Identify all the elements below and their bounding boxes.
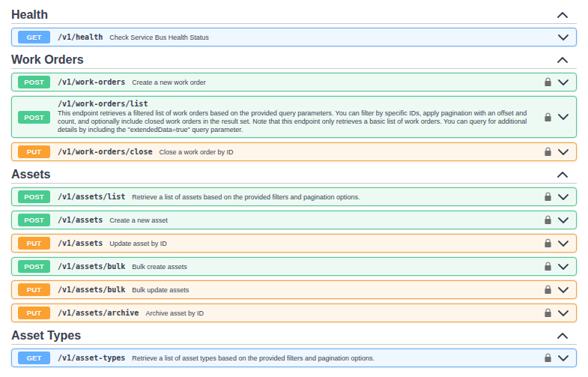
section-title: Assets bbox=[11, 167, 50, 181]
chevron-down-icon bbox=[558, 355, 569, 361]
endpoint-content: /v1/assets Update asset by ID bbox=[58, 239, 538, 248]
endpoint-row[interactable]: POST /v1/work-orders/list This endpoint … bbox=[11, 96, 577, 138]
endpoint-path: /v1/asset-types bbox=[58, 354, 125, 362]
endpoint-row[interactable]: POST /v1/work-orders Create a new work o… bbox=[11, 73, 577, 91]
chevron-down-icon bbox=[558, 287, 569, 293]
lock-icon bbox=[544, 238, 552, 248]
authorize-lock-button[interactable] bbox=[544, 192, 552, 202]
chevron-up-icon bbox=[557, 333, 568, 339]
endpoint-summary: Retrieve a list of assets based on the p… bbox=[132, 193, 360, 202]
endpoint-controls bbox=[552, 34, 569, 40]
endpoint-content: /v1/asset-types Retrieve a list of asset… bbox=[58, 354, 538, 363]
endpoint-summary: Update asset by ID bbox=[109, 240, 167, 248]
section-endpoints: POST /v1/work-orders Create a new work o… bbox=[11, 73, 577, 161]
endpoint-controls bbox=[538, 192, 569, 202]
endpoint-controls bbox=[538, 262, 569, 271]
endpoint-summary: Create a new asset bbox=[109, 217, 168, 225]
tag-section-header[interactable]: Asset Types bbox=[11, 327, 577, 345]
endpoint-summary: Create a new work order bbox=[132, 79, 206, 87]
tag-section-header[interactable]: Work Orders bbox=[11, 51, 577, 69]
endpoint-path: /v1/assets bbox=[58, 216, 103, 224]
authorize-lock-button[interactable] bbox=[544, 147, 552, 157]
endpoint-row[interactable]: PUT /v1/assets Update asset by ID bbox=[11, 234, 577, 253]
endpoint-summary: Check Service Bus Health Status bbox=[109, 34, 209, 42]
endpoint-row[interactable]: GET /v1/asset-types Retrieve a list of a… bbox=[11, 349, 577, 367]
api-tag-section: Health GET /v1/health Check Service Bus … bbox=[11, 6, 577, 46]
chevron-up-icon bbox=[557, 172, 568, 178]
api-tag-section: Assets POST /v1/assets/list Retrieve a l… bbox=[11, 166, 577, 322]
lock-icon bbox=[544, 308, 552, 318]
tag-section-header[interactable]: Assets bbox=[11, 166, 577, 184]
endpoint-row[interactable]: PUT /v1/assets/bulk Bulk update assets bbox=[11, 280, 577, 299]
endpoint-path: /v1/work-orders bbox=[58, 78, 125, 86]
endpoint-content: /v1/assets Create a new asset bbox=[58, 216, 538, 225]
http-method-badge: POST bbox=[18, 260, 50, 273]
endpoint-path: /v1/health bbox=[58, 33, 103, 41]
section-endpoints: POST /v1/assets/list Retrieve a list of … bbox=[11, 187, 577, 322]
endpoint-path: /v1/work-orders/close bbox=[58, 148, 152, 156]
http-method-badge: PUT bbox=[18, 145, 50, 158]
section-endpoints: GET /v1/health Check Service Bus Health … bbox=[11, 28, 577, 46]
authorize-lock-button[interactable] bbox=[544, 262, 552, 271]
api-tag-section: Work Orders POST /v1/work-orders Create … bbox=[11, 51, 577, 161]
authorize-lock-button[interactable] bbox=[544, 112, 552, 122]
endpoint-content: /v1/assets/archive Archive asset by ID bbox=[58, 309, 538, 318]
chevron-down-icon bbox=[558, 149, 569, 155]
endpoint-controls bbox=[538, 308, 569, 318]
lock-icon bbox=[544, 77, 552, 87]
lock-icon bbox=[544, 215, 552, 225]
lock-icon bbox=[544, 112, 552, 122]
http-method-badge: GET bbox=[18, 352, 50, 364]
chevron-up-icon bbox=[557, 57, 568, 63]
section-title: Asset Types bbox=[11, 328, 81, 343]
http-method-badge: POST bbox=[18, 111, 50, 124]
endpoint-controls bbox=[538, 238, 569, 248]
chevron-down-icon bbox=[558, 114, 569, 120]
endpoint-row[interactable]: POST /v1/assets/bulk Bulk create assets bbox=[11, 257, 577, 276]
endpoint-content: /v1/work-orders/close Close a work order… bbox=[58, 148, 538, 157]
lock-icon bbox=[544, 353, 552, 363]
chevron-down-icon bbox=[558, 264, 569, 270]
endpoint-row[interactable]: PUT /v1/assets/archive Archive asset by … bbox=[11, 304, 577, 322]
authorize-lock-button[interactable] bbox=[544, 353, 552, 363]
authorize-lock-button[interactable] bbox=[544, 77, 552, 87]
endpoint-path: /v1/assets/bulk bbox=[58, 262, 125, 271]
api-tag-section: Asset Types GET /v1/asset-types Retrieve… bbox=[11, 327, 577, 367]
endpoint-row[interactable]: GET /v1/health Check Service Bus Health … bbox=[11, 28, 577, 46]
api-sections: Health GET /v1/health Check Service Bus … bbox=[11, 6, 577, 367]
authorize-lock-button[interactable] bbox=[544, 285, 552, 295]
endpoint-row[interactable]: POST /v1/assets/list Retrieve a list of … bbox=[11, 187, 577, 206]
endpoint-path: /v1/assets/bulk bbox=[58, 286, 125, 294]
endpoint-row[interactable]: PUT /v1/work-orders/close Close a work o… bbox=[11, 142, 577, 161]
chevron-down-icon bbox=[558, 79, 569, 85]
lock-icon bbox=[544, 262, 552, 271]
endpoint-controls bbox=[538, 147, 569, 157]
tag-section-header[interactable]: Health bbox=[11, 6, 577, 24]
chevron-down-icon bbox=[558, 241, 569, 247]
section-title: Health bbox=[11, 7, 48, 22]
lock-icon bbox=[544, 147, 552, 157]
authorize-lock-button[interactable] bbox=[544, 238, 552, 248]
chevron-down-icon bbox=[558, 310, 569, 316]
endpoint-summary: Bulk create assets bbox=[132, 263, 187, 271]
endpoint-row[interactable]: POST /v1/assets Create a new asset bbox=[11, 211, 577, 229]
endpoint-content: /v1/assets/bulk Bulk create assets bbox=[58, 262, 538, 271]
lock-icon bbox=[544, 285, 552, 295]
endpoint-content: /v1/assets/list Retrieve a list of asset… bbox=[58, 193, 538, 202]
chevron-down-icon bbox=[558, 34, 569, 40]
http-method-badge: PUT bbox=[18, 307, 50, 319]
http-method-badge: GET bbox=[18, 31, 50, 43]
endpoint-controls bbox=[538, 77, 569, 87]
http-method-badge: POST bbox=[18, 190, 50, 203]
section-endpoints: GET /v1/asset-types Retrieve a list of a… bbox=[11, 349, 577, 367]
authorize-lock-button[interactable] bbox=[544, 308, 552, 318]
endpoint-controls bbox=[538, 285, 569, 295]
authorize-lock-button[interactable] bbox=[544, 215, 552, 225]
endpoint-content: /v1/work-orders/list This endpoint retri… bbox=[58, 100, 538, 134]
endpoint-controls bbox=[538, 215, 569, 225]
lock-icon bbox=[544, 192, 552, 202]
http-method-badge: PUT bbox=[18, 283, 50, 296]
endpoint-content: /v1/health Check Service Bus Health Stat… bbox=[58, 33, 552, 42]
endpoint-path: /v1/assets bbox=[58, 239, 103, 247]
endpoint-path: /v1/work-orders/list bbox=[58, 100, 148, 108]
